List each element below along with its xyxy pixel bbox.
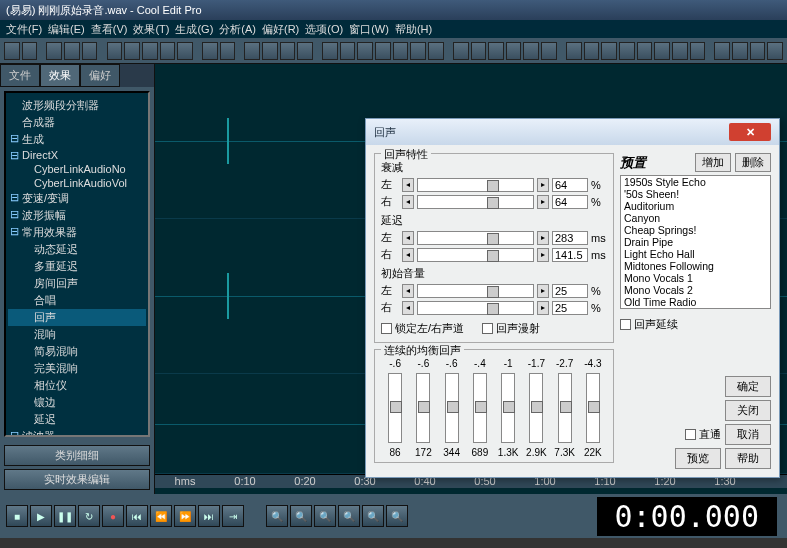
echo-continue-checkbox[interactable]: 回声延续: [620, 317, 771, 332]
eq-slider[interactable]: [529, 373, 543, 443]
toolbar-button[interactable]: [202, 42, 218, 60]
toolbar-button[interactable]: [393, 42, 409, 60]
preset-item[interactable]: Midtones Following: [621, 260, 770, 272]
preset-item[interactable]: Mono Vocals 2: [621, 284, 770, 296]
toolbar-button[interactable]: [453, 42, 469, 60]
decay-l-inc[interactable]: ▸: [537, 178, 549, 192]
preset-item[interactable]: Drain Pipe: [621, 236, 770, 248]
tree-item[interactable]: 生成: [8, 131, 146, 148]
toolbar-button[interactable]: [262, 42, 278, 60]
stop-button[interactable]: ■: [6, 505, 28, 527]
toolbar-button[interactable]: [471, 42, 487, 60]
toolbar-button[interactable]: [672, 42, 688, 60]
preset-item[interactable]: Cheap Springs!: [621, 224, 770, 236]
toolbar-button[interactable]: [280, 42, 296, 60]
tree-item[interactable]: DirectX: [8, 148, 146, 162]
decay-r-slider[interactable]: [417, 195, 534, 209]
menu-file[interactable]: 文件(F): [6, 22, 42, 36]
end-button[interactable]: ⇥: [222, 505, 244, 527]
next-button[interactable]: ⏩: [174, 505, 196, 527]
toolbar-button[interactable]: [160, 42, 176, 60]
zoom-sel-button[interactable]: 🔍: [338, 505, 360, 527]
toolbar-button[interactable]: [523, 42, 539, 60]
tree-item[interactable]: CyberLinkAudioVol: [8, 176, 146, 190]
menu-edit[interactable]: 编辑(E): [48, 22, 85, 36]
tree-item[interactable]: 相位仪: [8, 377, 146, 394]
toolbar-button[interactable]: [107, 42, 123, 60]
preview-button[interactable]: 预览: [675, 448, 721, 469]
zoom-right-button[interactable]: 🔍: [386, 505, 408, 527]
delay-r-slider[interactable]: [417, 248, 534, 262]
lock-lr-checkbox[interactable]: 锁定左/右声道: [381, 321, 464, 336]
toolbar-button[interactable]: [488, 42, 504, 60]
tree-item[interactable]: 常用效果器: [8, 224, 146, 241]
zoom-in-button[interactable]: 🔍: [266, 505, 288, 527]
tree-item[interactable]: 多重延迟: [8, 258, 146, 275]
effects-tree[interactable]: 波形频段分割器合成器生成DirectXCyberLinkAudioNoCyber…: [4, 91, 150, 437]
preset-del-button[interactable]: 删除: [735, 153, 771, 172]
toolbar-button[interactable]: [601, 42, 617, 60]
menu-help[interactable]: 帮助(H): [395, 22, 432, 36]
sidebar-btn-1[interactable]: 类别细细: [4, 445, 150, 466]
prev-button[interactable]: ⏪: [150, 505, 172, 527]
vol-r-value[interactable]: 25: [552, 301, 588, 315]
toolbar-button[interactable]: [244, 42, 260, 60]
tree-item[interactable]: 变速/变调: [8, 190, 146, 207]
decay-r-value[interactable]: 64: [552, 195, 588, 209]
toolbar-button[interactable]: [690, 42, 706, 60]
toolbar-button[interactable]: [4, 42, 20, 60]
tree-item[interactable]: 回声: [8, 309, 146, 326]
sidebar-btn-2[interactable]: 实时效果编辑: [4, 469, 150, 490]
toolbar-button[interactable]: [357, 42, 373, 60]
preset-item[interactable]: Canyon: [621, 212, 770, 224]
decay-r-dec[interactable]: ◂: [402, 195, 414, 209]
tree-item[interactable]: 完美混响: [8, 360, 146, 377]
tab-files[interactable]: 文件: [0, 64, 40, 87]
tree-item[interactable]: 镶边: [8, 394, 146, 411]
decay-l-dec[interactable]: ◂: [402, 178, 414, 192]
toolbar-button[interactable]: [82, 42, 98, 60]
menu-effects[interactable]: 效果(T): [133, 22, 169, 36]
record-button[interactable]: ●: [102, 505, 124, 527]
toolbar-button[interactable]: [297, 42, 313, 60]
toolbar-button[interactable]: [506, 42, 522, 60]
delay-l-inc[interactable]: ▸: [537, 231, 549, 245]
vol-r-dec[interactable]: ◂: [402, 301, 414, 315]
toolbar-button[interactable]: [46, 42, 62, 60]
close-button[interactable]: 关闭: [725, 400, 771, 421]
toolbar-button[interactable]: [566, 42, 582, 60]
pause-button[interactable]: ❚❚: [54, 505, 76, 527]
tree-item[interactable]: CyberLinkAudioNo: [8, 162, 146, 176]
delay-l-slider[interactable]: [417, 231, 534, 245]
toolbar-button[interactable]: [64, 42, 80, 60]
preset-item[interactable]: '50s Sheen!: [621, 188, 770, 200]
decay-l-value[interactable]: 64: [552, 178, 588, 192]
preset-item[interactable]: Auditorium: [621, 200, 770, 212]
ffwd-button[interactable]: ⏭: [198, 505, 220, 527]
tree-item[interactable]: 波形振幅: [8, 207, 146, 224]
eq-slider[interactable]: [586, 373, 600, 443]
eq-slider[interactable]: [388, 373, 402, 443]
ok-button[interactable]: 确定: [725, 376, 771, 397]
menu-options[interactable]: 选项(O): [305, 22, 343, 36]
toolbar-button[interactable]: [220, 42, 236, 60]
tree-item[interactable]: 延迟: [8, 411, 146, 428]
vol-r-inc[interactable]: ▸: [537, 301, 549, 315]
delay-r-dec[interactable]: ◂: [402, 248, 414, 262]
menu-view[interactable]: 查看(V): [91, 22, 128, 36]
eq-slider[interactable]: [445, 373, 459, 443]
eq-slider[interactable]: [558, 373, 572, 443]
tree-item[interactable]: 合成器: [8, 114, 146, 131]
dialog-titlebar[interactable]: 回声 ✕: [366, 119, 779, 145]
tree-item[interactable]: 混响: [8, 326, 146, 343]
toolbar-button[interactable]: [750, 42, 766, 60]
toolbar-button[interactable]: [767, 42, 783, 60]
tree-item[interactable]: 滤波器: [8, 428, 146, 437]
toolbar-button[interactable]: [584, 42, 600, 60]
tree-item[interactable]: 房间回声: [8, 275, 146, 292]
play-button[interactable]: ▶: [30, 505, 52, 527]
preset-item[interactable]: Mono Vocals 1: [621, 272, 770, 284]
toolbar-button[interactable]: [375, 42, 391, 60]
zoom-out-button[interactable]: 🔍: [290, 505, 312, 527]
tab-effects[interactable]: 效果: [40, 64, 80, 87]
